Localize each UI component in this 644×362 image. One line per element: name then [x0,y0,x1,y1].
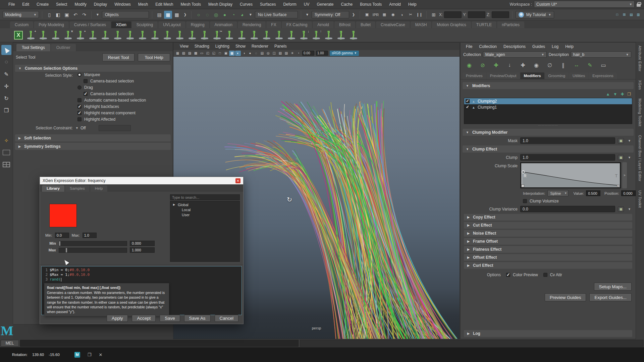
single-pane-layout-button[interactable] [1,147,11,158]
min-slider[interactable] [59,241,127,246]
select-tool[interactable] [1,45,11,55]
modifier-list-item[interactable]: ▲ Clumping2 [464,98,632,104]
make-live-icon[interactable]: ◔ [229,11,237,19]
xgen-tab[interactable]: Grooming [545,72,569,79]
shelf-tab[interactable]: Sculpting [132,21,158,28]
checkbox-icon[interactable] [77,73,82,77]
convert-interactive-icon[interactable] [323,29,334,41]
menu-item[interactable]: Edit [18,0,33,9]
multisample-icon[interactable]: ▤ [259,51,265,56]
guide-width-icon[interactable]: ↔ [571,60,582,70]
cv-attr-option[interactable]: Cv Attr [543,272,562,278]
ramp-marker-start[interactable] [521,184,524,187]
mask-field[interactable]: 1.0 [520,137,615,144]
xgen-tab[interactable]: Utilities [569,72,588,79]
close-icon[interactable]: ✕ [99,352,102,357]
dock-tab[interactable]: XGen [638,80,642,90]
show-guides-icon[interactable]: ◉ [531,60,542,70]
shelf-tab[interactable]: Curves / Surfaces [69,21,111,28]
select-region-icon[interactable]: ▭ [598,60,609,70]
xgen-menu-item[interactable]: Help [562,43,577,51]
lock-guides-icon[interactable] [100,29,111,41]
paint-select-tool[interactable]: ✎ [1,69,11,79]
lighting-icon[interactable]: ◐ [235,51,241,56]
lock-icon[interactable] [637,4,641,7]
slider-handle[interactable] [59,241,60,246]
redo-icon[interactable]: ↷ [80,11,88,19]
menu-item[interactable]: Mesh [135,0,152,9]
length-brush-icon[interactable] [162,29,173,41]
show-guides-icon[interactable] [87,29,99,41]
lasso-tool[interactable]: ◌ [1,57,11,67]
viewport-menu-item[interactable]: Panels [271,43,290,50]
expression-code-editor[interactable]: 1$Min = 0; #0.0,10.0 2$Max = 1; #0.0,10.… [41,266,242,315]
snap-grid-icon[interactable]: ○ [195,11,203,19]
constraint-field[interactable] [99,125,131,131]
part-brush-icon[interactable] [261,29,272,41]
density-brush-icon[interactable] [149,29,161,41]
xgen-tab[interactable]: Expressions [589,72,617,79]
2d-pan-icon[interactable]: ◰ [205,51,211,56]
maya-taskbar-icon[interactable]: M [74,352,80,358]
dialog-button[interactable]: Save [160,315,180,322]
xgen-tab[interactable]: Modifiers [520,72,544,79]
section-modifiers[interactable]: ▼ Modifiers [463,82,634,89]
checkbox-icon[interactable] [84,92,88,96]
chevron-down-icon[interactable]: ▼ [95,11,101,19]
option-row[interactable]: Marquee [77,71,173,78]
xgen-menu-item[interactable]: Collection [476,43,500,51]
clump-brush-icon[interactable] [199,29,210,41]
undo-icon[interactable]: ↶ [71,11,79,19]
shelf-tab[interactable]: FX [266,21,281,28]
bookmark-icon[interactable]: ▩ [193,51,199,56]
add-description-icon[interactable]: ✚ [491,60,501,70]
export-patches-icon[interactable]: ↓ [298,29,310,41]
open-folder-icon[interactable]: ❐ [627,92,631,97]
shelf-tab[interactable]: Bullet [356,21,375,28]
camera-attrs-icon[interactable]: ▨ [187,51,193,56]
clump-field[interactable]: 1.0 [520,154,615,161]
shadows-icon[interactable]: ◑ [241,51,247,56]
live-surface-field[interactable]: No Live Surface [255,11,298,18]
smooth-brush-icon[interactable] [236,29,248,41]
command-line-input[interactable] [20,340,299,347]
collapsed-section-header[interactable]: ▶ Copy Effect [464,214,632,221]
shaded-icon[interactable]: ▣ [223,51,229,56]
checkbox-icon[interactable] [543,273,547,277]
workspace-grid-icon[interactable]: ⊞ [621,11,627,19]
checkbox-icon[interactable] [77,85,82,89]
xgen-tab[interactable]: Primitives [463,72,486,79]
panel-layout-icon[interactable]: ▤ [628,11,634,19]
section-clumping-modifier[interactable]: ▼ Clumping Modifier [463,129,634,136]
isolate-select-icon[interactable]: ◫ [271,51,277,56]
menu-item[interactable]: Help [405,0,420,9]
shelf-tab[interactable]: Bifrost [334,21,355,28]
guides-to-curves-icon[interactable] [335,29,347,41]
dialog-titlebar[interactable]: XGen Expression Editor: frequency ✕ [40,177,243,184]
export-guides-button[interactable]: Export Guides... [589,293,632,301]
render-icon[interactable]: ▣ [363,11,371,19]
menu-item[interactable]: File [5,0,18,9]
xgen-menu-item[interactable]: Log [548,43,562,51]
shelf-tab[interactable]: Custom [10,21,33,28]
chevron-down-icon[interactable]: ▼ [627,156,632,159]
option-row[interactable]: Highlight backfaces [77,103,173,110]
freeze-brush-icon[interactable] [273,29,285,41]
open-scene-icon[interactable]: ◧ [54,11,62,19]
absolute-transform-icon[interactable]: ⊞ [430,11,438,19]
menu-item[interactable]: Deform [279,0,300,9]
snap-plane-icon[interactable]: ● [221,11,229,19]
chevron-down-icon[interactable]: ▼ [627,139,632,142]
collection-dropdown[interactable]: Male_xgen ▼ [483,51,547,58]
dialog-tab[interactable]: Samples [65,185,90,192]
expression-color-swatch[interactable] [49,204,77,227]
dialog-button[interactable]: Save As [184,315,211,322]
clear-preview-icon[interactable]: ✕ [62,29,74,41]
select-object-icon[interactable]: ▦ [164,11,172,19]
splitter-handle[interactable]: ⋯⋯⋯⋯⋯⋯ [461,125,636,127]
checkbox-icon[interactable] [77,105,82,109]
workspace-dropdown[interactable]: Custom UI* ▼ [534,1,635,8]
x-input[interactable] [444,11,462,18]
menu-item[interactable]: UV [300,0,313,9]
z-input[interactable] [492,11,509,18]
